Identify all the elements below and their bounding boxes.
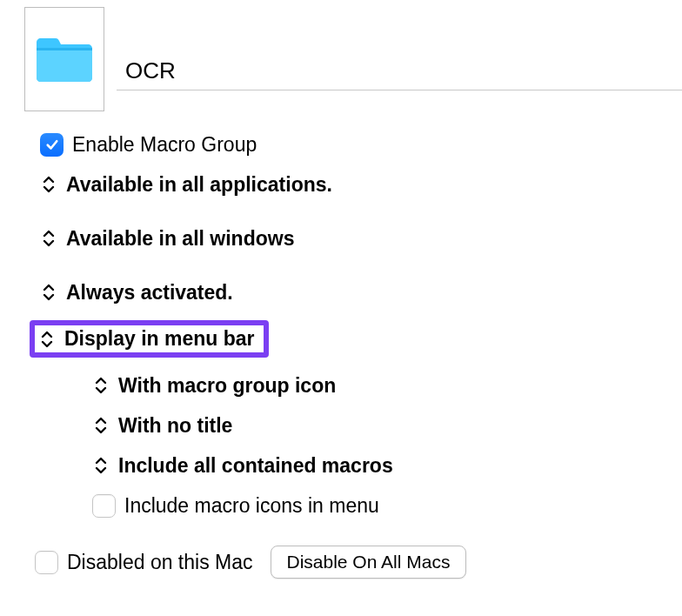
include-macros-stepper[interactable] [92, 454, 110, 477]
enable-group-checkbox[interactable] [40, 133, 64, 157]
available-windows-stepper[interactable] [40, 227, 57, 250]
include-icons-label: Include macro icons in menu [124, 494, 379, 518]
display-menu-bar-label: Display in menu bar [64, 327, 255, 351]
chevron-up-down-icon [42, 229, 56, 248]
chevron-up-down-icon [42, 283, 56, 302]
chevron-up-down-icon [40, 330, 54, 349]
display-menu-bar-highlight: Display in menu bar [30, 320, 269, 358]
disabled-on-mac-checkbox[interactable] [35, 551, 58, 574]
disabled-on-mac-label: Disabled on this Mac [67, 551, 253, 574]
chevron-up-down-icon [94, 416, 108, 435]
folder-icon [33, 34, 96, 84]
available-apps-stepper[interactable] [40, 173, 57, 196]
group-icon-well[interactable] [24, 7, 104, 111]
always-activated-label: Always activated. [66, 281, 233, 305]
chevron-up-down-icon [94, 456, 108, 475]
with-no-title-label: With no title [118, 414, 232, 438]
always-activated-stepper[interactable] [40, 281, 57, 304]
include-icons-checkbox[interactable] [92, 494, 116, 518]
with-no-title-stepper[interactable] [92, 414, 110, 437]
enable-group-label: Enable Macro Group [72, 133, 257, 157]
checkmark-icon [44, 137, 60, 152]
available-windows-label: Available in all windows [66, 227, 294, 251]
svg-rect-0 [37, 48, 92, 50]
group-title-input[interactable] [117, 52, 682, 90]
display-menu-bar-stepper[interactable] [38, 328, 56, 351]
available-apps-label: Available in all applications. [66, 173, 332, 197]
with-icon-label: With macro group icon [118, 374, 336, 398]
disable-all-macs-button[interactable]: Disable On All Macs [271, 546, 467, 579]
chevron-up-down-icon [42, 175, 56, 194]
with-icon-stepper[interactable] [92, 374, 110, 397]
chevron-up-down-icon [94, 376, 108, 395]
include-macros-label: Include all contained macros [118, 454, 393, 478]
